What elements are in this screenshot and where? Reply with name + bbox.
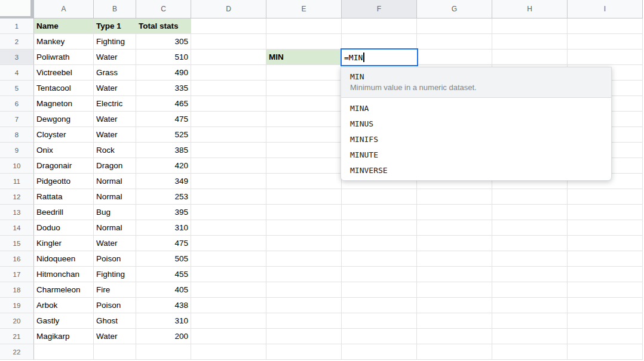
- cell-C13[interactable]: 395: [136, 205, 191, 220]
- cell-H20[interactable]: [492, 313, 568, 329]
- cell-I21[interactable]: [568, 329, 643, 344]
- cell-I14[interactable]: [568, 220, 643, 236]
- cell-G16[interactable]: [417, 251, 492, 267]
- cell-G20[interactable]: [417, 313, 492, 329]
- cell-H1[interactable]: [492, 18, 568, 34]
- cell-H17[interactable]: [492, 267, 568, 282]
- row-header-4[interactable]: 4: [0, 65, 34, 81]
- cell-G21[interactable]: [417, 329, 492, 344]
- cell-E13[interactable]: [266, 205, 342, 220]
- cell-D7[interactable]: [191, 112, 266, 127]
- cell-B7[interactable]: Water: [94, 112, 136, 127]
- cell-A8[interactable]: Cloyster: [34, 127, 94, 143]
- cell-F14[interactable]: [342, 220, 417, 236]
- cell-B3[interactable]: Water: [94, 50, 136, 65]
- row-header-17[interactable]: 17: [0, 267, 34, 282]
- cell-G14[interactable]: [417, 220, 492, 236]
- cell-C10[interactable]: 420: [136, 158, 191, 174]
- formula-cell-editor[interactable]: =MIN: [341, 48, 418, 66]
- cell-A4[interactable]: Victreebel: [34, 65, 94, 81]
- row-header-9[interactable]: 9: [0, 143, 34, 158]
- autocomplete-selected-item[interactable]: MIN Minimum value in a numeric dataset.: [341, 67, 611, 98]
- cell-C20[interactable]: 310: [136, 313, 191, 329]
- row-header-18[interactable]: 18: [0, 282, 34, 298]
- cell-G1[interactable]: [417, 18, 492, 34]
- row-header-3[interactable]: 3: [0, 50, 34, 65]
- cell-E1[interactable]: [266, 18, 342, 34]
- cell-E16[interactable]: [266, 251, 342, 267]
- cell-B5[interactable]: Water: [94, 81, 136, 96]
- cell-A7[interactable]: Dewgong: [34, 112, 94, 127]
- cell-E15[interactable]: [266, 236, 342, 251]
- cell-A14[interactable]: Doduo: [34, 220, 94, 236]
- cell-C16[interactable]: 505: [136, 251, 191, 267]
- cell-D21[interactable]: [191, 329, 266, 344]
- cell-H15[interactable]: [492, 236, 568, 251]
- cell-F13[interactable]: [342, 205, 417, 220]
- cell-G15[interactable]: [417, 236, 492, 251]
- cell-H3[interactable]: [492, 50, 568, 65]
- column-header-B[interactable]: B: [94, 0, 136, 18]
- cell-H2[interactable]: [492, 34, 568, 50]
- cell-C11[interactable]: 349: [136, 174, 191, 189]
- select-all-corner[interactable]: [0, 0, 34, 18]
- cell-I19[interactable]: [568, 298, 643, 313]
- row-header-8[interactable]: 8: [0, 127, 34, 143]
- cell-D12[interactable]: [191, 189, 266, 205]
- cell-A11[interactable]: Pidgeotto: [34, 174, 94, 189]
- cell-I22[interactable]: [568, 344, 643, 360]
- cell-E9[interactable]: [266, 143, 342, 158]
- cell-A6[interactable]: Magneton: [34, 96, 94, 112]
- cell-D22[interactable]: [191, 344, 266, 360]
- cell-H19[interactable]: [492, 298, 568, 313]
- row-header-21[interactable]: 21: [0, 329, 34, 344]
- cell-I2[interactable]: [568, 34, 643, 50]
- cell-E21[interactable]: [266, 329, 342, 344]
- cell-A20[interactable]: Gastly: [34, 313, 94, 329]
- row-header-14[interactable]: 14: [0, 220, 34, 236]
- cell-I3[interactable]: [568, 50, 643, 65]
- cell-I13[interactable]: [568, 205, 643, 220]
- cell-E5[interactable]: [266, 81, 342, 96]
- cell-C8[interactable]: 525: [136, 127, 191, 143]
- cell-E20[interactable]: [266, 313, 342, 329]
- cell-D19[interactable]: [191, 298, 266, 313]
- cell-B21[interactable]: Water: [94, 329, 136, 344]
- cell-E18[interactable]: [266, 282, 342, 298]
- cell-H22[interactable]: [492, 344, 568, 360]
- cell-F18[interactable]: [342, 282, 417, 298]
- cell-A16[interactable]: Nidoqueen: [34, 251, 94, 267]
- cell-B18[interactable]: Fire: [94, 282, 136, 298]
- cell-D15[interactable]: [191, 236, 266, 251]
- row-header-7[interactable]: 7: [0, 112, 34, 127]
- cell-C4[interactable]: 490: [136, 65, 191, 81]
- column-header-C[interactable]: C: [136, 0, 191, 18]
- cell-D14[interactable]: [191, 220, 266, 236]
- cell-B11[interactable]: Normal: [94, 174, 136, 189]
- row-header-5[interactable]: 5: [0, 81, 34, 96]
- cell-B14[interactable]: Normal: [94, 220, 136, 236]
- cell-C9[interactable]: 385: [136, 143, 191, 158]
- cell-D17[interactable]: [191, 267, 266, 282]
- cell-A19[interactable]: Arbok: [34, 298, 94, 313]
- cell-B19[interactable]: Poison: [94, 298, 136, 313]
- cell-I1[interactable]: [568, 18, 643, 34]
- row-header-12[interactable]: 12: [0, 189, 34, 205]
- cell-G12[interactable]: [417, 189, 492, 205]
- cell-G19[interactable]: [417, 298, 492, 313]
- column-header-A[interactable]: A: [34, 0, 94, 18]
- cell-A12[interactable]: Rattata: [34, 189, 94, 205]
- column-header-F[interactable]: F: [342, 0, 417, 18]
- cell-H13[interactable]: [492, 205, 568, 220]
- cell-E22[interactable]: [266, 344, 342, 360]
- row-header-6[interactable]: 6: [0, 96, 34, 112]
- autocomplete-item-minute[interactable]: MINUTE: [341, 147, 611, 162]
- cell-H16[interactable]: [492, 251, 568, 267]
- cell-F12[interactable]: [342, 189, 417, 205]
- cell-D10[interactable]: [191, 158, 266, 174]
- cell-E6[interactable]: [266, 96, 342, 112]
- cell-B22[interactable]: [94, 344, 136, 360]
- cell-A9[interactable]: Onix: [34, 143, 94, 158]
- column-header-I[interactable]: I: [568, 0, 643, 18]
- cell-B15[interactable]: Water: [94, 236, 136, 251]
